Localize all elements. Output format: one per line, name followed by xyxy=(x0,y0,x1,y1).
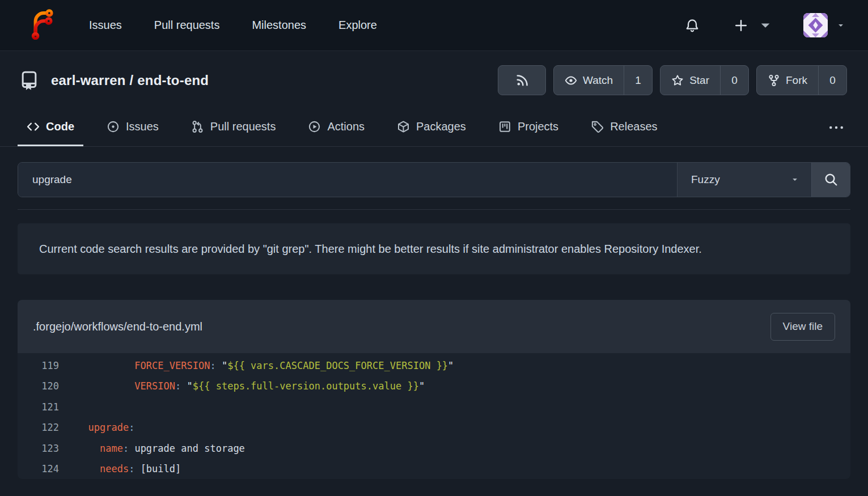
code-segment-punct: : xyxy=(123,443,129,454)
star-button[interactable]: Star xyxy=(660,66,720,95)
search-input[interactable] xyxy=(18,163,677,197)
repo-name-link[interactable]: end-to-end xyxy=(137,73,209,88)
nav-link-explore[interactable]: Explore xyxy=(338,19,377,32)
code-segment-plain xyxy=(77,380,134,392)
tab-code[interactable]: Code xyxy=(18,108,83,146)
chevron-down-icon xyxy=(837,22,845,29)
star-button-group: Star0 xyxy=(660,65,749,95)
code-line: 120 VERSION: "${{ steps.full-version.out… xyxy=(18,376,850,396)
code-segment-plain: upgrade and storage xyxy=(129,443,245,454)
search-button[interactable] xyxy=(811,163,850,197)
issue-icon xyxy=(107,120,120,133)
tab-label: Releases xyxy=(610,120,657,133)
result-file-header: .forgejo/workflows/end-to-end.yml View f… xyxy=(18,300,850,353)
tabs-overflow-button[interactable] xyxy=(828,108,845,146)
code-line-content: VERSION: "${{ steps.full-version.outputs… xyxy=(59,376,425,396)
eye-icon xyxy=(565,74,577,87)
repo-actions: Watch1Star0Fork0 xyxy=(498,65,847,95)
create-new-button[interactable] xyxy=(734,18,773,33)
tab-label: Pull requests xyxy=(210,120,276,133)
tab-issues[interactable]: Issues xyxy=(98,108,168,146)
line-number[interactable]: 123 xyxy=(18,438,59,459)
code-line: 124 needs: [build] xyxy=(18,459,850,479)
page-title: earl-warren / end-to-end xyxy=(51,73,209,88)
fork-label: Fork xyxy=(786,74,807,87)
tab-label: Projects xyxy=(518,120,558,133)
repo-separator: / xyxy=(126,73,138,88)
star-count[interactable]: 0 xyxy=(720,66,748,95)
code-line-content: upgrade: xyxy=(59,417,134,438)
tab-label: Code xyxy=(46,120,74,133)
repo-header: earl-warren / end-to-end Watch1Star0Fork… xyxy=(0,51,868,95)
code-line: 121 xyxy=(18,397,850,417)
repo-owner-link[interactable]: earl-warren xyxy=(51,73,126,88)
chevron-down-icon xyxy=(758,18,773,33)
code-segment-str: ${{ steps.full-version.outputs.value }} xyxy=(193,380,419,392)
tag-icon xyxy=(591,120,604,133)
nav-link-issues[interactable]: Issues xyxy=(89,19,122,32)
code-search-bar: Fuzzy xyxy=(18,162,850,197)
code-segment-key: name xyxy=(100,443,123,454)
nav-link-milestones[interactable]: Milestones xyxy=(252,19,306,32)
line-number[interactable]: 120 xyxy=(18,376,59,396)
play-icon xyxy=(308,120,321,133)
bell-icon xyxy=(685,18,700,33)
code-line: 119 FORCE_VERSION: "${{ vars.CASCADE_DOC… xyxy=(18,355,850,376)
watch-count[interactable]: 1 xyxy=(624,66,652,95)
star-icon xyxy=(671,74,684,87)
forgejo-logo[interactable] xyxy=(27,9,58,42)
fork-count[interactable]: 0 xyxy=(818,66,846,95)
tab-projects[interactable]: Projects xyxy=(489,108,568,146)
line-number[interactable]: 119 xyxy=(18,355,59,376)
kebab-horizontal-icon xyxy=(828,119,845,136)
top-navbar: IssuesPull requestsMilestonesExplore xyxy=(0,0,868,51)
result-file-path[interactable]: .forgejo/workflows/end-to-end.yml xyxy=(33,320,202,333)
project-icon xyxy=(498,120,511,133)
watch-button-group: Watch1 xyxy=(553,65,653,95)
code-segment-quote: " xyxy=(448,360,454,371)
code-line-content xyxy=(59,397,77,417)
tab-actions[interactable]: Actions xyxy=(299,108,374,146)
code-line-content: needs: [build] xyxy=(59,459,181,479)
code-segment-plain xyxy=(216,360,222,371)
code-segment-plain xyxy=(77,463,100,474)
tab-label: Issues xyxy=(126,120,159,133)
plus-icon xyxy=(734,18,748,33)
nav-link-pull-requests[interactable]: Pull requests xyxy=(154,19,220,32)
user-menu[interactable] xyxy=(803,13,845,37)
rss-feed-button[interactable] xyxy=(498,65,546,95)
main-nav: IssuesPull requestsMilestonesExplore xyxy=(89,19,409,32)
fork-button[interactable]: Fork xyxy=(757,66,818,95)
code-segment-punct: : xyxy=(210,360,215,371)
code-segment-str: ${{ vars.CASCADE_DOCS_FORCE_VERSION }} xyxy=(227,360,448,371)
tab-label: Packages xyxy=(416,120,466,133)
avatar xyxy=(803,13,828,37)
notifications-button[interactable] xyxy=(685,18,700,33)
watch-label: Watch xyxy=(583,74,613,87)
view-file-button[interactable]: View file xyxy=(770,313,835,341)
fork-button-group: Fork0 xyxy=(756,65,847,95)
code-segment-punct: : xyxy=(175,380,181,392)
fork-icon xyxy=(768,74,780,87)
tab-label: Actions xyxy=(327,120,365,133)
code-segment-key: FORCE_VERSION xyxy=(134,360,210,371)
tab-releases[interactable]: Releases xyxy=(582,108,666,146)
code-segment-quote: " xyxy=(222,360,227,371)
line-number[interactable]: 122 xyxy=(18,417,59,438)
code-segment-punct: : xyxy=(129,463,134,474)
line-number[interactable]: 121 xyxy=(18,397,59,417)
star-label: Star xyxy=(689,74,709,87)
search-filter-dropdown[interactable]: Fuzzy xyxy=(677,163,811,197)
code-segment-plain xyxy=(181,380,187,392)
watch-button[interactable]: Watch xyxy=(554,66,624,95)
code-line: 122 upgrade: xyxy=(18,417,850,438)
code-line-content: FORCE_VERSION: "${{ vars.CASCADE_DOCS_FO… xyxy=(59,355,454,376)
code-segment-plain: [build] xyxy=(134,463,181,474)
tab-pull-requests[interactable]: Pull requests xyxy=(182,108,285,146)
line-number[interactable]: 124 xyxy=(18,459,59,479)
section-divider xyxy=(18,209,850,210)
tab-packages[interactable]: Packages xyxy=(388,108,475,146)
code-segment-key: upgrade xyxy=(88,422,129,433)
code-segment-plain xyxy=(77,422,88,433)
chevron-down-icon xyxy=(791,176,799,184)
